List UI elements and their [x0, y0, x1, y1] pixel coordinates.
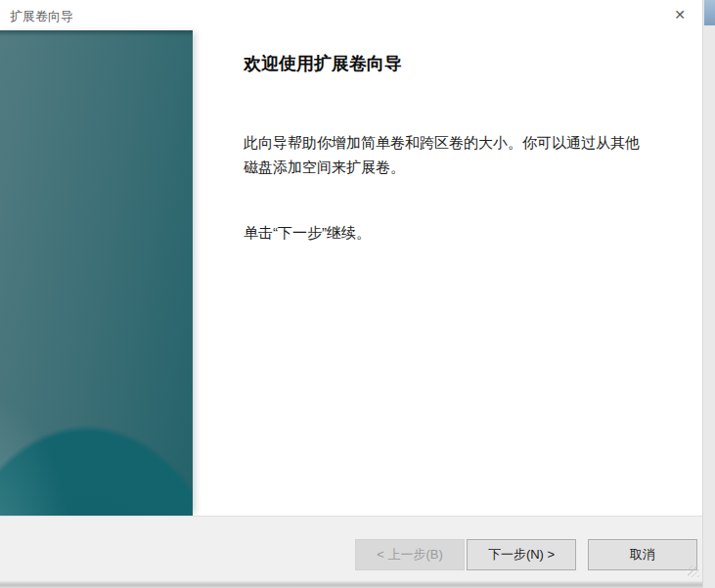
- close-button[interactable]: ✕: [657, 0, 702, 29]
- cancel-button[interactable]: 取消: [588, 539, 697, 570]
- window-title: 扩展卷向导: [10, 8, 73, 25]
- intro-text: 此向导帮助你增加简单卷和跨区卷的大小。你可以通过从其他磁盘添加空间来扩展卷。: [244, 130, 647, 179]
- background-scrollbar-fragment: [704, 0, 715, 25]
- wizard-sidebar-graphic: [0, 30, 193, 516]
- extend-volume-wizard-dialog: 扩展卷向导 ✕ 欢迎使用扩展卷向导 此向导帮助你增加简单卷和跨区卷的大小。你可以…: [0, 0, 702, 580]
- background-window-edge: [702, 0, 715, 588]
- close-icon: ✕: [674, 7, 686, 23]
- wizard-body: 欢迎使用扩展卷向导 此向导帮助你增加简单卷和跨区卷的大小。你可以通过从其他磁盘添…: [0, 30, 702, 516]
- wizard-content: 欢迎使用扩展卷向导 此向导帮助你增加简单卷和跨区卷的大小。你可以通过从其他磁盘添…: [193, 30, 702, 516]
- continue-hint-text: 单击“下一步”继续。: [244, 220, 647, 245]
- resize-grip[interactable]: [688, 565, 699, 577]
- screen: 扩展卷向导 ✕ 欢迎使用扩展卷向导 此向导帮助你增加简单卷和跨区卷的大小。你可以…: [0, 0, 715, 588]
- next-button[interactable]: 下一步(N) >: [467, 539, 576, 570]
- back-button[interactable]: < 上一步(B): [355, 539, 465, 570]
- window-drop-shadow: [0, 580, 702, 588]
- button-bar: < 上一步(B) 下一步(N) > 取消: [0, 516, 702, 580]
- titlebar[interactable]: 扩展卷向导 ✕: [0, 0, 702, 30]
- page-title: 欢迎使用扩展卷向导: [244, 52, 402, 75]
